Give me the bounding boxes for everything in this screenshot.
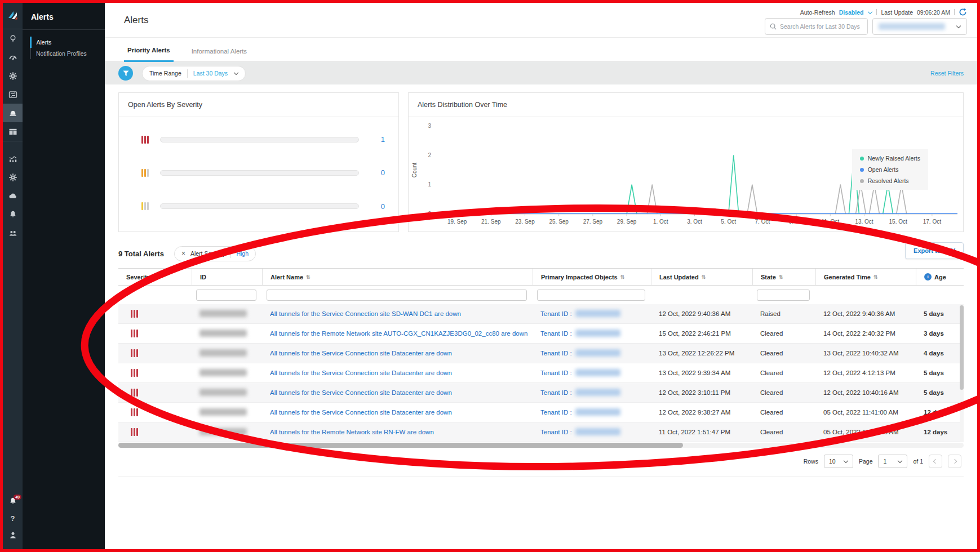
redacted-tenant-id	[575, 428, 620, 435]
table-row[interactable]: All tunnels for the Service Connection s…	[118, 344, 964, 363]
tenant-id-link[interactable]: Tenant ID :	[540, 429, 572, 435]
grid-layout-icon[interactable]	[3, 122, 23, 141]
svg-text:27. Sep: 27. Sep	[583, 219, 603, 225]
impacted-objects-cell: Tenant ID :	[533, 363, 651, 382]
config-panel-icon[interactable]	[3, 85, 23, 104]
redacted-id	[199, 330, 247, 337]
tab-informational-alerts[interactable]: Informational Alerts	[188, 48, 250, 61]
table-row[interactable]: All tunnels for the Service Connection s…	[118, 304, 964, 324]
alert-name-link[interactable]: All tunnels for the Remote Network site …	[270, 429, 434, 435]
filter-funnel-button[interactable]	[118, 66, 133, 81]
user-profile-icon[interactable]	[3, 527, 23, 544]
vertical-scrollbar-thumb[interactable]	[960, 305, 964, 390]
last-updated-cell: 15 Oct, 2022 2:46:21 PM	[651, 324, 752, 343]
sidebar-item-notification-profiles[interactable]: Notification Profiles	[31, 48, 105, 59]
export-csv-button[interactable]: Export to CSV	[905, 242, 964, 259]
svg-text:15. Oct: 15. Oct	[889, 219, 907, 225]
column-header-id[interactable]: ID	[192, 269, 262, 285]
sort-icon[interactable]: ⇅	[702, 274, 706, 280]
alert-name-link[interactable]: All tunnels for the Remote Network site …	[270, 330, 527, 337]
column-filter-input-primary-impacted-objects[interactable]	[537, 290, 645, 301]
column-filter-input-id[interactable]	[196, 290, 256, 301]
rows-per-page-select[interactable]: 10	[824, 455, 853, 468]
settings-gear-icon[interactable]	[3, 168, 23, 186]
divider	[954, 9, 955, 15]
refresh-icon[interactable]	[959, 8, 967, 16]
horizontal-scrollbar[interactable]	[118, 443, 964, 448]
column-header-last-updated[interactable]: Last Updated⇅	[651, 269, 752, 285]
column-header-primary-impacted-objects[interactable]: Primary Impacted Objects⇅	[533, 269, 651, 285]
tab-priority-alerts[interactable]: Priority Alerts	[124, 47, 174, 62]
search-input[interactable]	[780, 23, 863, 30]
analytics-icon[interactable]	[3, 149, 23, 168]
chevron-down-icon[interactable]	[868, 9, 872, 14]
info-icon[interactable]: i	[924, 273, 932, 281]
age-cell: 12 days	[916, 403, 964, 422]
horizontal-scrollbar-thumb[interactable]	[118, 443, 683, 448]
tenant-id-link[interactable]: Tenant ID :	[540, 350, 572, 357]
column-header-state[interactable]: State⇅	[752, 269, 815, 285]
alert-name-link[interactable]: All tunnels for the Service Connection s…	[270, 370, 452, 376]
column-header-generated-time[interactable]: Generated Time⇅	[815, 269, 916, 285]
sort-icon[interactable]: ⇅	[779, 274, 783, 280]
app-logo-icon[interactable]	[3, 3, 23, 29]
legend-item[interactable]: Newly Raised Alerts	[860, 155, 920, 162]
alert-name-link[interactable]: All tunnels for the Service Connection s…	[270, 310, 461, 317]
column-header-severity[interactable]: Severity⇅	[118, 269, 192, 285]
table-toolbar: 9 Total Alerts × Alert Severity High Exp…	[118, 244, 964, 262]
alarm-icon[interactable]	[3, 104, 23, 122]
previous-page-button[interactable]	[929, 455, 942, 468]
impacted-objects-cell: Tenant ID :	[533, 344, 651, 363]
sidebar-nav-list: AlertsNotification Profiles	[30, 37, 105, 59]
next-page-button[interactable]	[948, 455, 961, 468]
alert-name-link[interactable]: All tunnels for the Service Connection s…	[270, 389, 452, 396]
column-filter-input-alert-name[interactable]	[267, 290, 527, 301]
sidebar-item-alerts[interactable]: Alerts	[30, 37, 105, 48]
time-range-filter[interactable]: Time Range Last 30 Days	[142, 66, 246, 81]
column-label: Alert Name	[271, 274, 303, 281]
chip-value[interactable]: High	[236, 250, 249, 257]
notification-bell-icon[interactable]: 49	[3, 493, 23, 510]
user-group-icon[interactable]	[3, 224, 23, 242]
tenant-id-link[interactable]: Tenant ID :	[540, 370, 572, 376]
table-row[interactable]: All tunnels for the Service Connection s…	[118, 403, 964, 422]
sort-icon[interactable]: ⇅	[153, 274, 158, 280]
alerts-table-section: 9 Total Alerts × Alert Severity High Exp…	[105, 232, 977, 477]
legend-item[interactable]: Open Alerts	[860, 166, 920, 173]
tenant-id-link[interactable]: Tenant ID :	[540, 409, 572, 416]
lightbulb-icon[interactable]	[3, 29, 23, 48]
dashboard-gauge-icon[interactable]	[3, 48, 23, 66]
impacted-objects-cell: Tenant ID :	[533, 324, 651, 343]
id-cell	[192, 403, 262, 422]
column-header-alert-name[interactable]: Alert Name⇅	[262, 269, 533, 285]
table-row[interactable]: All tunnels for the Service Connection s…	[118, 363, 964, 383]
filter-cell-severity	[118, 286, 192, 304]
vertical-scrollbar[interactable]	[960, 304, 964, 442]
sort-icon[interactable]: ⇅	[620, 274, 625, 280]
svg-text:11. Oct: 11. Oct	[822, 219, 840, 225]
cloud-icon[interactable]	[3, 186, 23, 205]
reset-filters-link[interactable]: Reset Filters	[930, 70, 964, 77]
page-number-select[interactable]: 1	[878, 455, 907, 468]
table-row[interactable]: All tunnels for the Remote Network site …	[118, 422, 964, 442]
close-icon[interactable]: ×	[181, 250, 185, 257]
tenant-id-link[interactable]: Tenant ID :	[540, 389, 572, 396]
tenant-id-link[interactable]: Tenant ID :	[540, 330, 572, 337]
table-row[interactable]: All tunnels for the Remote Network site …	[118, 324, 964, 344]
alert-name-cell: All tunnels for the Service Connection s…	[262, 363, 533, 382]
tenant-selector-dropdown[interactable]	[872, 18, 967, 35]
tenant-id-link[interactable]: Tenant ID :	[540, 310, 572, 317]
gear-icon[interactable]	[3, 66, 23, 85]
column-filter-input-state[interactable]	[757, 290, 810, 301]
bell-icon[interactable]	[3, 205, 23, 224]
help-icon[interactable]: ?	[3, 510, 23, 527]
alert-name-link[interactable]: All tunnels for the Service Connection s…	[270, 350, 452, 357]
column-header-age[interactable]: iAge	[916, 269, 964, 285]
alert-name-link[interactable]: All tunnels for the Service Connection s…	[270, 409, 452, 416]
auto-refresh-value[interactable]: Disabled	[839, 9, 864, 16]
legend-item[interactable]: Resolved Alerts	[860, 177, 920, 184]
table-row[interactable]: All tunnels for the Service Connection s…	[118, 383, 964, 403]
sort-icon[interactable]: ⇅	[306, 274, 311, 280]
sort-icon[interactable]: ⇅	[873, 274, 878, 280]
severity-cell	[118, 304, 192, 323]
